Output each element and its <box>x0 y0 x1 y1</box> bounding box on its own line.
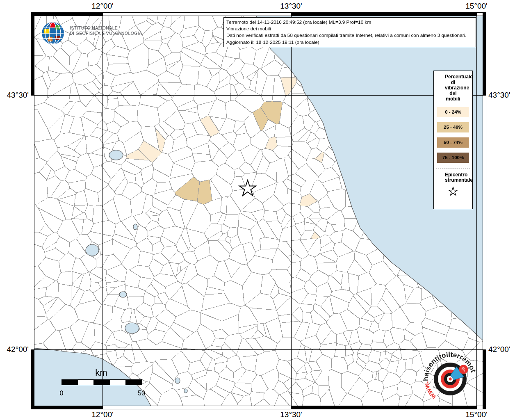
legend-divider <box>436 169 470 169</box>
legend-box: Percentuale di vibrazione dei mobili 0 -… <box>433 71 473 209</box>
lon-label-top-15: 15°00' <box>465 2 488 11</box>
map-canvas <box>34 16 483 406</box>
lat-label-left-42: 42°00' <box>7 345 29 354</box>
ingv-logo-text: ISTITUTO NAZIONALE DI GEOFISICA E VULCAN… <box>70 25 142 36</box>
legend-swatch-50-74: 50 - 74% <box>437 137 469 148</box>
lat-label-right-43-30: 43°30' <box>488 91 510 100</box>
lat-label-left-43-30: 43°30' <box>7 91 29 100</box>
lon-label-top-13-30: 13°30' <box>280 2 302 11</box>
lat-label-right-42: 42°00' <box>488 345 510 354</box>
lon-label-bot-15: 15°00' <box>465 410 488 419</box>
legend-swatch-25-49: 25 - 49% <box>437 122 469 132</box>
ingv-name-line1: ISTITUTO NAZIONALE <box>70 25 142 31</box>
lon-label-bot-13-30: 13°30' <box>280 410 302 419</box>
info-line-disclaimer: Dati non verificati estratti da 58 quest… <box>226 32 473 39</box>
lon-label-top-12: 12°00' <box>91 2 114 11</box>
legend-swatch-0-24: 0 - 24% <box>437 107 469 117</box>
legend-swatch-75-100: 75 - 100% <box>437 153 469 163</box>
ingv-name-line2: DI GEOFISICA E VULCANOLOGIA <box>70 31 142 36</box>
info-box: Terremoto del 14-11-2016 20:49:52 (ora l… <box>223 17 476 47</box>
info-line-event: Terremoto del 14-11-2016 20:49:52 (ora l… <box>226 19 473 25</box>
legend-epicenter-label: Epicentro strumentale <box>445 172 461 183</box>
lon-label-bot-12: 12°00' <box>91 410 114 419</box>
info-line-question: Vibrazione dei mobili <box>226 25 473 32</box>
legend-title: Percentuale di vibrazione dei mobili <box>445 74 461 102</box>
info-line-updated: Aggiornato il: 18-12-2025 19:11 (ora loc… <box>226 39 473 46</box>
epicenter-star-icon <box>448 187 458 196</box>
